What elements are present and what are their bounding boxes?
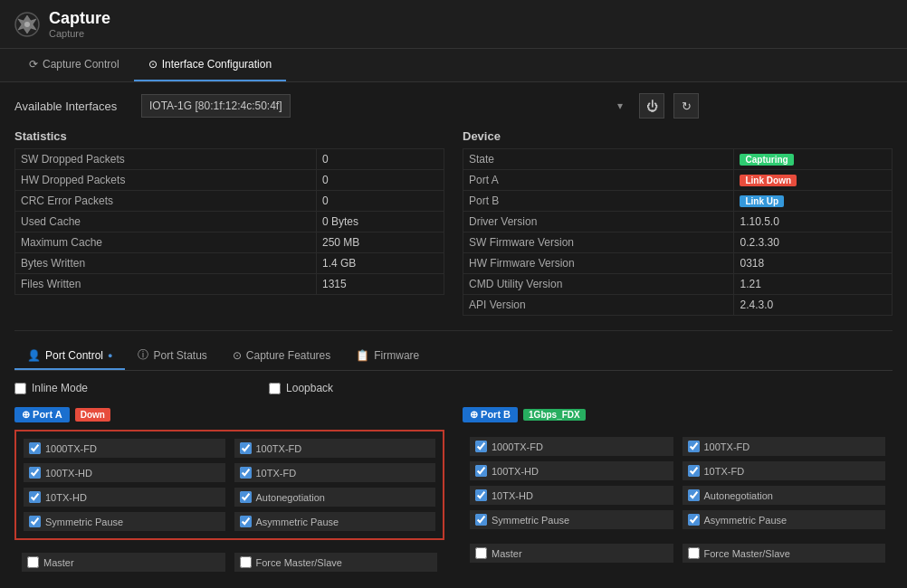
ports-row: ⊕ Port A Down 1000TX-FD100TX-FD100TX-HD1…	[14, 407, 893, 579]
port-b-checkbox-0[interactable]	[475, 441, 487, 452]
device-label: HW Firmware Version	[463, 253, 734, 274]
port-b-checkbox-2[interactable]	[475, 465, 487, 477]
statistics-title: Statistics	[14, 129, 444, 143]
port-b-normal-checkbox-item: Force Master/Slave	[683, 544, 886, 563]
device-label: SW Firmware Version	[463, 232, 734, 253]
stat-label: SW Dropped Packets	[15, 149, 317, 170]
port-b-checkbox-5[interactable]	[688, 489, 700, 501]
port-b-checkbox-6[interactable]	[475, 514, 487, 526]
port-b-checkbox-label-2: 100TX-HD	[492, 466, 539, 477]
stats-device-section: Statistics SW Dropped Packets0HW Dropped…	[14, 129, 893, 316]
sub-tab-port-control[interactable]: 👤 Port Control ●	[14, 342, 125, 370]
port-b-checkbox-label-6: Symmetric Pause	[492, 515, 569, 526]
divider	[14, 330, 893, 331]
port-a-normal-checkbox-1[interactable]	[240, 556, 252, 568]
port-b-checkbox-item: Autonegotiation	[683, 486, 886, 505]
port-b-header: ⊕ Port B 1Gbps_FDX	[463, 407, 893, 422]
inline-mode-checkbox[interactable]	[14, 383, 26, 394]
port-b-checkbox-item: 10TX-FD	[683, 461, 886, 480]
inline-mode-label[interactable]: Inline Mode	[14, 382, 88, 394]
sub-tab-capture-features-label: Capture Features	[246, 349, 330, 362]
port-b-normal-checkboxes: MasterForce Master/Slave	[463, 536, 893, 570]
tab-interface-configuration-label: Interface Configuration	[162, 58, 272, 71]
port-a-checkbox-label-3: 10TX-FD	[256, 468, 297, 479]
stats-row: SW Dropped Packets0	[15, 149, 444, 170]
port-b-checkbox-label-4: 10TX-HD	[492, 490, 533, 501]
port-a-normal-checkbox-0[interactable]	[27, 556, 39, 568]
port-b-checkbox-label-1: 100TX-FD	[704, 441, 750, 452]
loopback-checkbox[interactable]	[269, 383, 281, 394]
tab-capture-control[interactable]: ⟳ Capture Control	[14, 49, 134, 81]
stat-label: Bytes Written	[15, 253, 317, 274]
port-b-checkbox-label-0: 1000TX-FD	[492, 441, 543, 452]
sub-tab-firmware-label: Firmware	[374, 349, 419, 362]
port-b-checkbox-4[interactable]	[475, 489, 487, 501]
sub-tab-capture-features[interactable]: ⊙ Capture Features	[220, 342, 343, 370]
app-header: Capture Capture	[0, 0, 907, 49]
port-b-normal-checkbox-0[interactable]	[475, 547, 487, 559]
port-a-checkbox-item: Autonegotiation	[234, 488, 436, 507]
port-b-normal-checkbox-label-1: Force Master/Slave	[704, 548, 790, 559]
port-a-checkbox-3[interactable]	[240, 467, 252, 479]
device-value: Capturing	[734, 149, 893, 170]
port-a-normal-checkbox-item: Master	[22, 553, 225, 572]
device-row: CMD Utility Version1.21	[463, 274, 893, 295]
port-b-normal-checkbox-label-0: Master	[492, 548, 522, 559]
port-a-checkbox-6[interactable]	[29, 516, 41, 527]
port-b-checkbox-3[interactable]	[688, 465, 700, 477]
sub-tab-firmware[interactable]: 📋 Firmware	[343, 342, 432, 370]
port-a-checkbox-0[interactable]	[29, 442, 41, 454]
tab-interface-configuration[interactable]: ⊙ Interface Configuration	[134, 49, 286, 81]
stats-row: Maximum Cache250 MB	[15, 232, 444, 253]
device-section: Device StateCapturingPort ALink DownPort…	[463, 129, 893, 316]
interfaces-select[interactable]: IOTA-1G [80:1f:12:4c:50:4f]	[141, 94, 291, 118]
port-control-indicator: ●	[108, 351, 112, 360]
main-content: Available Interfaces IOTA-1G [80:1f:12:4…	[0, 82, 907, 588]
stat-value: 0	[317, 170, 444, 191]
port-b-checkbox-7[interactable]	[688, 514, 700, 526]
port-a-checkbox-item: Symmetric Pause	[24, 512, 225, 531]
port-a-checkbox-5[interactable]	[240, 491, 252, 503]
stat-value: 1.4 GB	[317, 253, 444, 274]
port-a-checkbox-7[interactable]	[240, 516, 252, 527]
inline-mode-text: Inline Mode	[32, 382, 88, 394]
loopback-label[interactable]: Loopback	[269, 382, 333, 394]
port-a-checkbox-label-4: 10TX-HD	[45, 492, 87, 503]
stats-row: HW Dropped Packets0	[15, 170, 444, 191]
header-title-block: Capture Capture	[49, 9, 110, 39]
firmware-icon: 📋	[356, 349, 369, 362]
port-a-checkbox-item: Asymmetric Pause	[234, 512, 436, 531]
interface-config-icon: ⊙	[148, 58, 158, 71]
device-value: Link Up	[734, 191, 893, 212]
sub-tab-port-status[interactable]: ⓘ Port Status	[125, 342, 219, 370]
port-a-checkbox-2[interactable]	[29, 467, 41, 479]
port-b-normal-checkbox-1[interactable]	[688, 547, 700, 559]
port-a-checkbox-label-0: 1000TX-FD	[45, 443, 97, 454]
power-button[interactable]: ⏻	[639, 93, 664, 119]
port-a-normal-checkbox-label-0: Master	[43, 557, 74, 568]
stat-value: 250 MB	[317, 232, 444, 253]
refresh-button[interactable]: ↻	[673, 93, 699, 119]
svg-point-1	[24, 22, 30, 27]
stats-row: Bytes Written1.4 GB	[15, 253, 444, 274]
sub-tab-port-status-label: Port Status	[153, 349, 206, 362]
port-b-checkbox-1[interactable]	[688, 441, 700, 452]
port-a-header: ⊕ Port A Down	[14, 407, 444, 422]
port-a-checkbox-4[interactable]	[29, 491, 41, 503]
stat-value: 1315	[317, 274, 444, 295]
port-a-checkbox-item: 10TX-HD	[24, 488, 225, 507]
port-a-checkbox-label-2: 100TX-HD	[45, 468, 92, 479]
available-interfaces-label: Available Interfaces	[14, 100, 132, 113]
port-b-checkbox-item: 100TX-HD	[470, 461, 673, 480]
stat-label: Files Written	[15, 274, 317, 295]
device-row: Port BLink Up	[463, 191, 893, 212]
port-b-checkbox-item: Asymmetric Pause	[683, 510, 886, 529]
app-logo	[14, 12, 40, 37]
port-status-icon: ⓘ	[138, 347, 148, 363]
port-a-checkbox-1[interactable]	[240, 442, 252, 454]
port-a-normal-checkboxes: MasterForce Master/Slave	[14, 545, 444, 579]
stat-label: CRC Error Packets	[15, 191, 317, 212]
port-b-checkbox-label-7: Asymmetric Pause	[704, 515, 788, 526]
device-row: SW Firmware Version0.2.3.30	[463, 232, 893, 253]
port-b-status: 1Gbps_FDX	[523, 409, 586, 421]
